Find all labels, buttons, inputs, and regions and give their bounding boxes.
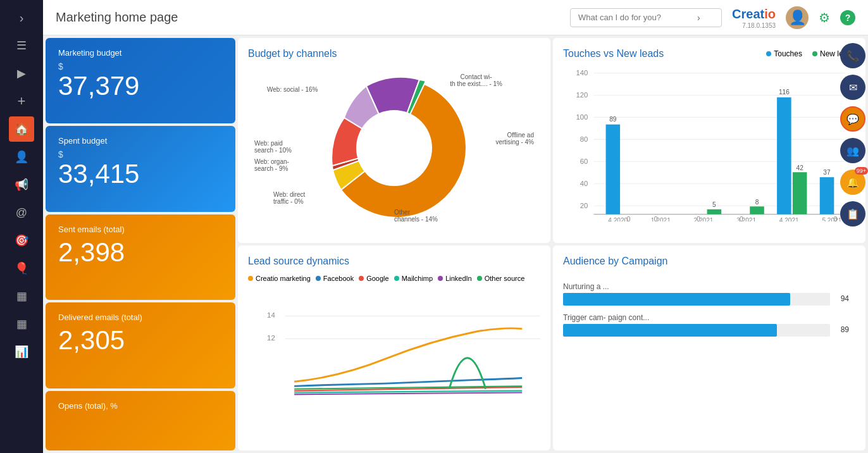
right-nav-bell[interactable]: 🔔 99+ xyxy=(840,170,865,195)
legend-other: Other source xyxy=(477,275,525,282)
delivered-emails-value: 2,305 xyxy=(58,326,223,355)
right-nav-email[interactable]: ✉ xyxy=(840,75,865,100)
nav-email[interactable]: @ xyxy=(9,200,34,225)
svg-text:60: 60 xyxy=(580,158,588,165)
settings-icon[interactable]: ⚙ xyxy=(819,11,830,25)
nav-home[interactable]: 🏠 xyxy=(9,116,34,142)
trigger-value: 89 xyxy=(841,325,849,334)
donut-chart-svg xyxy=(312,66,476,230)
budget-channels-panel: Budget by channels Contact wi-th the exi… xyxy=(238,38,550,243)
avatar[interactable]: 👤 xyxy=(786,6,809,29)
trigger-label: Trigger cam- paign cont... xyxy=(563,313,830,322)
touches-title: Touches vs New leads xyxy=(563,48,664,59)
donut-label-offline: Offline advertising - 4% xyxy=(495,132,534,146)
nav-balloon[interactable]: 🎈 xyxy=(9,256,34,281)
right-nav-tasks[interactable]: 📋 xyxy=(840,201,865,226)
legend-mailchimp: Mailchimp xyxy=(394,275,433,282)
logo-area: Creatio 7.18.0.1353 xyxy=(732,6,776,29)
svg-text:100: 100 xyxy=(576,113,588,121)
legend-touches: Touches xyxy=(766,49,802,58)
right-nav: 📞 ✉ 💬 👥 🔔 99+ 📋 xyxy=(838,38,868,234)
nurturing-fill xyxy=(563,293,790,306)
audience-campaign-title: Audience by Campaign xyxy=(563,256,855,267)
svg-text:116: 116 xyxy=(779,89,790,96)
page-title: Marketing home page xyxy=(56,10,560,25)
marketing-budget-value: 37,379 xyxy=(58,71,223,101)
svg-text:37: 37 xyxy=(823,169,831,176)
svg-text:8: 8 xyxy=(755,199,759,206)
svg-rect-40 xyxy=(820,177,834,214)
svg-text:14: 14 xyxy=(267,311,275,319)
svg-text:20: 20 xyxy=(580,202,588,209)
left-column: Marketing budget $ 37,379 Spent budget $… xyxy=(46,38,235,450)
right-nav-chat[interactable]: 💬 xyxy=(840,106,865,132)
main-content: Marketing home page › Creatio 7.18.0.135… xyxy=(43,0,868,453)
notification-badge: 99+ xyxy=(855,167,868,175)
legend-creatio: Creatio marketing xyxy=(248,275,311,282)
nav-chart[interactable]: 📊 xyxy=(9,339,34,364)
nav-menu[interactable]: ☰ xyxy=(9,33,34,58)
donut-label-contact: Contact wi-th the exist.... - 1% xyxy=(450,73,502,87)
nav-target[interactable]: 🎯 xyxy=(9,228,34,253)
svg-rect-35 xyxy=(777,97,791,214)
nav-add[interactable]: + xyxy=(9,89,34,114)
marketing-budget-label: Marketing budget xyxy=(58,48,223,58)
opens-label: Opens (total), % xyxy=(58,401,223,411)
audience-bar-trigger: Trigger cam- paign cont... 89 xyxy=(563,313,830,337)
svg-text:120: 120 xyxy=(576,91,588,99)
audience-bars: Nurturing a ... 94 Trigger cam- paign co… xyxy=(563,277,855,337)
help-icon[interactable]: ? xyxy=(840,10,855,25)
legend-facebook: Facebook xyxy=(316,275,354,282)
audience-campaign-panel: Audience by Campaign Nurturing a ... 94 … xyxy=(553,245,865,450)
nav-collapse[interactable]: › xyxy=(9,5,34,30)
audience-bar-nurturing: Nurturing a ... 94 xyxy=(563,282,830,306)
svg-text:1.2021: 1.2021 xyxy=(651,217,671,221)
search-arrow-icon: › xyxy=(697,13,700,23)
lead-source-chart: 14 12 xyxy=(248,287,540,421)
marketing-budget-currency: $ xyxy=(58,61,223,71)
lead-source-svg: 14 12 xyxy=(267,287,540,421)
logo-version: 7.18.0.1353 xyxy=(742,22,776,29)
right-nav-phone[interactable]: 📞 xyxy=(840,43,865,68)
left-navigation: › ☰ ▶ + 🏠 👤 📢 @ 🎯 🎈 ▦ ▦ 📊 xyxy=(0,0,43,453)
sent-emails-widget: Sent emails (total) 2,398 xyxy=(46,214,235,300)
svg-rect-32 xyxy=(750,206,764,214)
svg-rect-27 xyxy=(707,209,722,214)
donut-label-direct: Web: directtraffic - 0% xyxy=(273,191,305,205)
lead-source-title: Lead source dynamics xyxy=(248,256,540,267)
marketing-budget-widget: Marketing budget $ 37,379 xyxy=(46,38,235,123)
lead-source-panel: Lead source dynamics Creatio marketing F… xyxy=(238,245,550,450)
budget-channels-title: Budget by channels xyxy=(248,48,540,59)
search-input[interactable] xyxy=(578,13,692,22)
spent-budget-currency: $ xyxy=(58,149,223,159)
nav-contacts[interactable]: 👤 xyxy=(9,144,34,170)
svg-text:40: 40 xyxy=(580,180,588,187)
right-nav-team[interactable]: 👥 xyxy=(840,138,865,163)
nav-play[interactable]: ▶ xyxy=(9,61,34,86)
search-box[interactable]: › xyxy=(570,8,722,27)
nurturing-label: Nurturing a ... xyxy=(563,282,830,291)
bar-chart-svg: 140 120 100 80 60 40 20 xyxy=(563,65,855,221)
lead-source-legend: Creatio marketing Facebook Google Mailch… xyxy=(248,275,540,282)
legend-google: Google xyxy=(359,275,388,282)
spent-budget-value: 33,415 xyxy=(58,159,223,189)
svg-text:2.2021: 2.2021 xyxy=(693,217,713,221)
nav-campaigns[interactable]: 📢 xyxy=(9,172,34,197)
dashboard-grid: Marketing budget $ 37,379 Spent budget $… xyxy=(43,35,868,453)
svg-text:4.2021: 4.2021 xyxy=(779,217,799,221)
nav-table1[interactable]: ▦ xyxy=(9,283,34,309)
bar-chart-area: 140 120 100 80 60 40 20 xyxy=(563,65,855,221)
trigger-fill xyxy=(563,324,777,337)
svg-rect-16 xyxy=(606,125,621,214)
nurturing-track: 94 xyxy=(563,293,830,306)
nurturing-value: 94 xyxy=(841,294,849,303)
svg-text:4.2020: 4.2020 xyxy=(608,217,628,221)
touches-header: Touches vs New leads Touches New leads xyxy=(563,48,855,59)
donut-chart-container: Contact wi-th the exist.... - 1% Web: so… xyxy=(248,67,540,229)
donut-label-paid: Web: paidsearch - 10% xyxy=(254,140,292,154)
donut-label-social: Web: social - 16% xyxy=(267,86,318,93)
trigger-track: 89 xyxy=(563,324,830,337)
delivered-emails-widget: Delivered emails (total) 2,305 xyxy=(46,302,235,388)
svg-text:42: 42 xyxy=(797,164,804,171)
nav-table2[interactable]: ▦ xyxy=(9,311,34,337)
